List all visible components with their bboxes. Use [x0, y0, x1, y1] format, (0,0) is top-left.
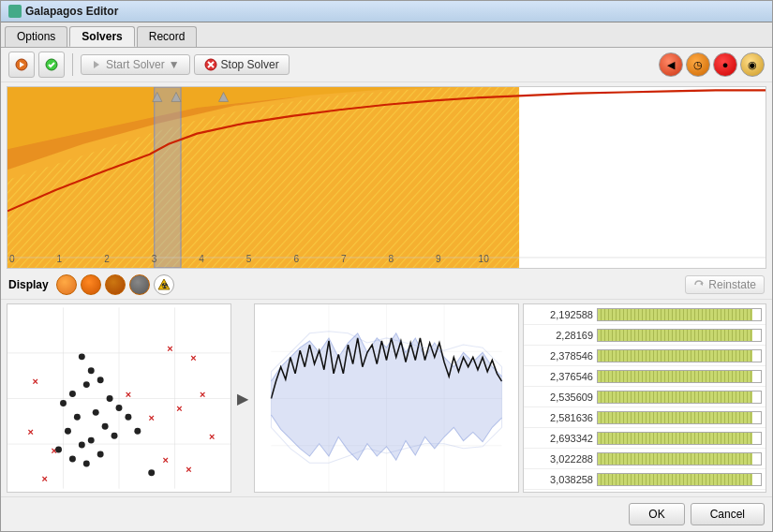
value-bar: [598, 412, 752, 423]
window-title: Galapagos Editor: [25, 5, 118, 18]
svg-text:4: 4: [199, 253, 204, 265]
value-bar-container: [597, 432, 762, 445]
value-row[interactable]: 2,28169: [524, 325, 766, 346]
svg-point-61: [88, 437, 95, 444]
svg-text:×: ×: [176, 403, 182, 414]
scrollbar[interactable]: [764, 303, 766, 493]
svg-point-68: [97, 451, 104, 458]
svg-text:×: ×: [162, 454, 168, 466]
tool-icon-2: [44, 57, 59, 72]
stop-icon: [204, 58, 217, 71]
tab-bar: Options Solvers Record: [1, 22, 772, 48]
svg-text:2: 2: [104, 253, 110, 265]
svg-point-60: [65, 428, 71, 435]
ok-button[interactable]: OK: [629, 503, 684, 525]
display-btn-2[interactable]: [81, 274, 101, 295]
value-row[interactable]: 2,535609: [524, 387, 766, 407]
svg-point-53: [83, 381, 90, 388]
nav-btn-egg[interactable]: ◉: [740, 52, 765, 77]
value-bar-container: [597, 308, 762, 321]
svg-rect-8: [519, 87, 766, 268]
svg-point-59: [74, 414, 81, 421]
toolbar: Start Solver ▼ Stop Solver ◀ ◷ ● ◉: [1, 48, 772, 82]
value-row[interactable]: 2,378546: [524, 346, 766, 366]
value-number: 2,693342: [528, 433, 593, 444]
main-chart: 0 1 2 3 4 5 6 7 8 9 10: [7, 86, 766, 269]
bottom-panels: × × × × × × × × × × × × ×: [1, 300, 772, 496]
start-solver-button[interactable]: Start Solver ▼: [81, 54, 190, 75]
value-number: 2,535609: [528, 392, 593, 403]
svg-point-70: [134, 428, 141, 435]
value-bar-container: [597, 391, 762, 404]
scatter-panel: × × × × × × × × × × × × ×: [7, 303, 231, 493]
value-number: 2,581636: [528, 412, 593, 423]
svg-text:×: ×: [167, 343, 172, 354]
svg-point-67: [83, 460, 90, 466]
value-row[interactable]: 3,022288: [524, 449, 766, 469]
scatter-svg: × × × × × × × × × × × × ×: [7, 304, 230, 492]
value-bar-container: [597, 411, 762, 424]
svg-point-63: [111, 433, 118, 439]
values-panel: 2,1925882,281692,3785462,3765462,5356092…: [523, 303, 766, 493]
svg-text:×: ×: [28, 426, 34, 437]
svg-text:8: 8: [389, 253, 394, 265]
tab-solvers[interactable]: Solvers: [69, 26, 134, 47]
svg-text:×: ×: [209, 431, 215, 442]
svg-text:☢: ☢: [160, 282, 167, 290]
nav-btn-time[interactable]: ◷: [686, 52, 710, 77]
tab-record[interactable]: Record: [137, 26, 198, 47]
svg-point-71: [148, 469, 155, 476]
stop-solver-button[interactable]: Stop Solver: [194, 54, 290, 75]
svg-text:7: 7: [341, 253, 347, 265]
value-number: 2,192588: [528, 309, 593, 320]
value-bar-container: [597, 452, 762, 466]
value-bar: [598, 330, 752, 341]
value-row[interactable]: 2,693342: [524, 428, 766, 449]
value-bar-container: [597, 370, 762, 383]
svg-text:9: 9: [436, 253, 441, 265]
svg-text:×: ×: [41, 473, 47, 484]
svg-text:×: ×: [200, 389, 205, 400]
svg-point-57: [107, 395, 113, 402]
svg-text:6: 6: [293, 253, 299, 265]
cancel-button[interactable]: Cancel: [691, 503, 765, 525]
value-bar: [598, 392, 752, 403]
panel-arrow: ▶: [235, 303, 250, 493]
separator-1: [72, 53, 73, 76]
display-btn-hazard[interactable]: ☢: [154, 274, 174, 295]
right-toolbar-icons: ◀ ◷ ● ◉: [659, 52, 765, 77]
svg-point-54: [69, 391, 76, 397]
svg-point-62: [102, 423, 109, 430]
svg-point-50: [79, 353, 85, 360]
display-btn-3[interactable]: [105, 274, 126, 295]
value-number: 2,378546: [528, 350, 593, 362]
nav-btn-stop[interactable]: ●: [713, 52, 737, 77]
value-row[interactable]: 2,376546: [524, 366, 766, 387]
value-row[interactable]: 2,192588: [524, 304, 766, 325]
value-row[interactable]: 3,038258: [524, 469, 766, 490]
icon-btn-1[interactable]: [8, 52, 35, 78]
svg-point-56: [93, 409, 99, 416]
value-bar: [598, 350, 752, 362]
value-bar: [598, 453, 752, 465]
value-bar: [598, 309, 752, 320]
icon-btn-2[interactable]: [38, 52, 65, 78]
svg-text:×: ×: [126, 389, 131, 400]
wave-panel: [254, 303, 519, 493]
value-bar: [598, 371, 752, 382]
nav-btn-back[interactable]: ◀: [659, 52, 683, 77]
values-list: 2,1925882,281692,3785462,3765462,5356092…: [524, 304, 766, 492]
value-number: 3,038258: [528, 474, 593, 485]
svg-point-52: [97, 377, 104, 383]
display-btn-4[interactable]: [129, 274, 150, 295]
svg-point-58: [116, 405, 123, 411]
display-btn-1[interactable]: [56, 274, 77, 295]
tab-options[interactable]: Options: [5, 26, 67, 47]
svg-text:0: 0: [9, 253, 15, 265]
reinstate-button[interactable]: Reinstate: [685, 275, 765, 294]
value-number: 2,28169: [528, 330, 593, 341]
bottom-buttons: OK Cancel: [1, 496, 772, 531]
display-label: Display: [8, 278, 49, 291]
svg-point-55: [60, 400, 67, 406]
value-row[interactable]: 2,581636: [524, 407, 766, 428]
